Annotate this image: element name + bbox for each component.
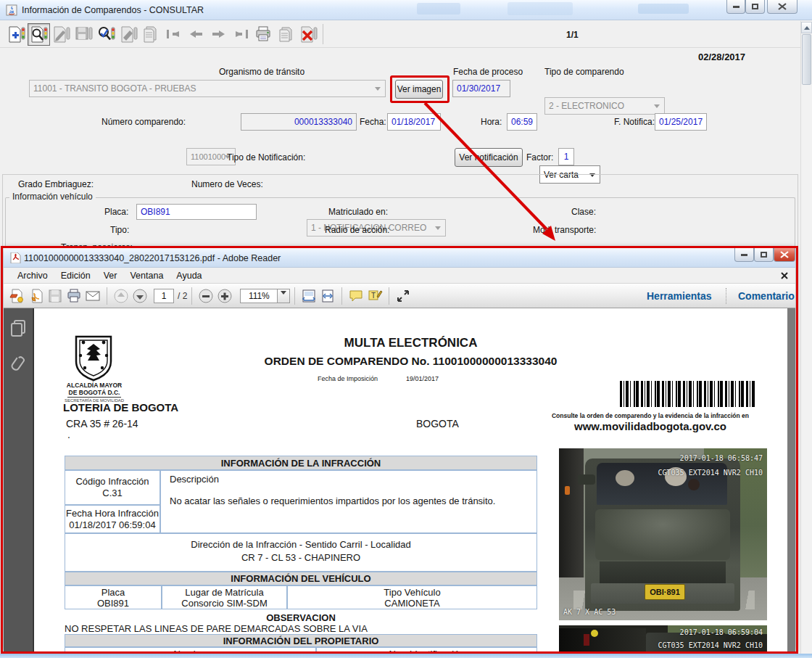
svg-text:T: T <box>371 292 376 300</box>
approve-record-icon[interactable] <box>95 23 117 46</box>
previous-record-icon[interactable] <box>185 23 207 46</box>
background-window-ghost <box>417 3 460 15</box>
clase-label: Clase: <box>571 207 596 217</box>
steering-wheel <box>688 479 700 490</box>
herramientas-link[interactable]: Herramientas <box>647 290 712 302</box>
highlight-text-icon[interactable]: T <box>365 287 384 305</box>
photo1-location: AK 7 X AC 53 <box>563 608 616 616</box>
last-record-icon[interactable] <box>230 23 252 46</box>
numero-comparendo-field[interactable]: 000013333040 <box>241 113 357 131</box>
fecha-field[interactable]: 01/18/2017 <box>387 113 441 131</box>
zoom-dropdown-button[interactable] <box>278 289 290 303</box>
java-app-icon <box>6 4 17 16</box>
fecha-hora-infraccion-cell: Fecha Hora Infracción 01/18/2017 06:59:0… <box>65 505 160 533</box>
list-records-icon[interactable] <box>140 23 162 46</box>
process-date: 02/28/2017 <box>698 52 745 62</box>
app-close-button[interactable] <box>767 0 798 14</box>
print-list-icon[interactable] <box>275 23 297 46</box>
direccion-value: CR 7 - CL 53 - CHAPINERO <box>241 551 360 564</box>
fecha-proceso-label: Fecha de proceso <box>453 67 523 77</box>
next-record-icon[interactable] <box>207 23 230 46</box>
main-scrollbar[interactable] <box>800 21 812 658</box>
vehiculo-lugar-cell: Lugar de Matrícula Consorcio SIM-SDM <box>162 585 287 609</box>
reader-close-button[interactable] <box>774 248 795 262</box>
toolbar-separator <box>107 287 107 305</box>
numero-veces-label: Numero de Veces: <box>191 179 263 189</box>
comment-icon[interactable] <box>347 287 365 305</box>
reject-record-icon[interactable] <box>117 23 140 46</box>
hora-field[interactable]: 06:59 <box>507 113 537 131</box>
descripcion-cell: Descripción No acatar las señales o requ… <box>160 470 537 533</box>
app-maximize-button[interactable] <box>745 0 765 14</box>
email-icon[interactable] <box>83 287 102 305</box>
toolbar-separator <box>389 287 389 305</box>
codigo-infraccion-label: Código Infracción <box>75 476 149 488</box>
placa-field[interactable]: OBI891 <box>136 204 257 220</box>
reader-title: 11001000000013333040_28022017153126.pdf … <box>24 253 281 263</box>
vehiculo-legend: Información vehículo <box>9 192 96 202</box>
tipo-comparendo-select[interactable]: 2 - ELECTRONICO <box>544 97 665 115</box>
side-mirror <box>578 474 595 485</box>
factor-field[interactable]: 1 <box>558 148 574 165</box>
photo2-timestamp: 2017-01-18 06:59:04 <box>680 628 763 636</box>
app-toolbar <box>0 21 800 48</box>
reader-titlebar: 11001000000013333040_28022017153126.pdf … <box>4 248 795 268</box>
numero-prefix-value: 11001000 <box>191 152 225 161</box>
chevron-up-icon <box>804 23 810 30</box>
comentario-link[interactable]: Comentario <box>738 290 795 302</box>
grado-embriaguez-label: Grado Embriaguez: <box>18 179 94 189</box>
print-record-icon[interactable] <box>252 23 275 46</box>
f-notifica-field[interactable]: 01/25/2017 <box>655 113 707 131</box>
menu-ayuda[interactable]: Ayuda <box>170 269 208 282</box>
toolbar-separator <box>323 24 323 44</box>
fit-width-icon[interactable] <box>299 287 318 305</box>
scrollbar-up-button[interactable] <box>801 22 812 33</box>
organismo-select[interactable]: 11001 - TRANSITO BOGOTA - PRUEBAS <box>29 80 386 97</box>
vehicle-occupant <box>616 470 634 486</box>
reader-sidebar <box>4 308 33 651</box>
open-file-icon[interactable] <box>8 287 27 305</box>
edit-record-icon[interactable] <box>50 23 72 46</box>
barcode <box>620 381 756 407</box>
ver-notificacion-button[interactable]: Ver notificación <box>455 148 523 167</box>
tipo-label: Tipo: <box>110 225 129 235</box>
zoom-level-input[interactable]: 111% <box>240 289 278 303</box>
close-icon <box>778 3 787 10</box>
export-pdf-icon[interactable] <box>27 287 46 305</box>
zoom-out-icon[interactable] <box>196 287 215 305</box>
app-minimize-button[interactable] <box>726 0 745 14</box>
first-record-icon[interactable] <box>162 23 185 46</box>
tail-light <box>584 634 589 646</box>
search-record-icon[interactable] <box>28 23 50 46</box>
zoom-in-icon[interactable] <box>215 287 234 305</box>
menubar-close-icon[interactable] <box>781 272 788 279</box>
page-thumbnails-icon[interactable] <box>10 319 28 338</box>
logo-divider <box>67 397 121 398</box>
reader-minimize-button[interactable] <box>734 248 754 262</box>
menu-edicion[interactable]: Edición <box>54 269 97 282</box>
tipo-notificacion-label: Tipo de Notificación: <box>227 152 305 163</box>
fit-page-icon[interactable] <box>318 287 337 305</box>
placa-label: Placa: <box>104 207 128 217</box>
menu-archivo[interactable]: Archivo <box>11 269 54 282</box>
save-icon[interactable] <box>46 287 65 305</box>
page-number-input[interactable]: 1 <box>154 289 174 303</box>
taskbar-edge <box>0 654 812 658</box>
print-icon[interactable] <box>65 287 83 305</box>
close-icon <box>780 251 789 258</box>
save-record-icon[interactable] <box>72 23 95 46</box>
reader-maximize-button[interactable] <box>754 248 774 262</box>
fullscreen-icon[interactable] <box>394 287 413 305</box>
fecha-proceso-field[interactable]: 01/30/2017 <box>452 80 510 97</box>
delete-record-icon[interactable] <box>297 23 320 46</box>
attachments-paperclip-icon[interactable] <box>11 353 27 375</box>
descripcion-text: No acatar las señales o requerimientos i… <box>161 485 536 507</box>
menu-ventana[interactable]: Ventana <box>123 269 170 282</box>
menu-ver[interactable]: Ver <box>97 269 124 282</box>
scrollbar-thumb[interactable] <box>802 34 811 85</box>
page-down-icon[interactable] <box>130 287 149 305</box>
new-record-icon[interactable] <box>5 23 28 46</box>
photo1-timestamp: 2017-01-18 06:58:47 <box>680 454 763 462</box>
page-up-icon[interactable] <box>112 287 130 305</box>
ver-imagen-button[interactable]: Ver imagen <box>395 80 443 99</box>
